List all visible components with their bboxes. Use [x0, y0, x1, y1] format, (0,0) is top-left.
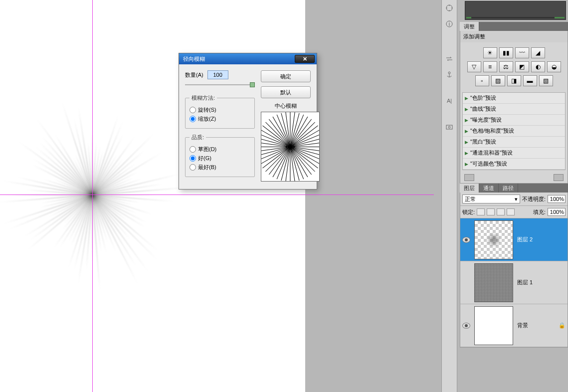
- adj-bw-icon[interactable]: ◩: [515, 61, 529, 72]
- layers-tabs: 图层 通道 路径: [460, 184, 568, 193]
- preset-list: ▶"色阶"预设▶"曲线"预设▶"曝光度"预设▶"色相/饱和度"预设▶"黑白"预设…: [462, 92, 566, 170]
- amount-slider[interactable]: [185, 81, 255, 88]
- adj-curves-icon[interactable]: 〰: [515, 47, 529, 58]
- adj-levels-icon[interactable]: ▮▮: [499, 47, 513, 58]
- svg-point-3: [448, 72, 450, 74]
- preset-item[interactable]: ▶"曝光度"预设: [463, 115, 565, 126]
- fill-input[interactable]: [548, 208, 566, 216]
- close-button[interactable]: ✕: [295, 55, 315, 63]
- lock-position-icon[interactable]: [497, 208, 505, 215]
- layers-panel: 正常▾ 不透明度: 锁定: 填充: 图层 2图层 1背景🔒: [460, 193, 568, 348]
- add-adjustment-label: 添加调整: [460, 31, 568, 42]
- triangle-icon: ▶: [465, 140, 468, 145]
- blur-method-group: 模糊方法: 旋转(S) 缩放(Z): [185, 94, 255, 129]
- layer-thumbnail: [474, 220, 513, 259]
- preset-label: "色阶"预设: [470, 94, 496, 102]
- preset-label: "色相/饱和度"预设: [470, 127, 514, 135]
- preset-item[interactable]: ▶"黑白"预设: [463, 137, 565, 148]
- adj-vibrance-icon[interactable]: ▽: [467, 61, 481, 72]
- opacity-input[interactable]: [548, 195, 566, 203]
- layer-row[interactable]: 背景🔒: [460, 304, 568, 347]
- adj-hue-icon[interactable]: ≡: [483, 61, 497, 72]
- reset-button[interactable]: 默认: [261, 86, 311, 98]
- triangle-icon: ▶: [465, 151, 468, 156]
- visibility-toggle[interactable]: [462, 237, 470, 243]
- preset-item[interactable]: ▶"可选颜色"预设: [463, 159, 565, 170]
- dialog-title-text: 径向模糊: [181, 55, 295, 63]
- layer-name[interactable]: 背景: [517, 322, 555, 329]
- layer-row[interactable]: 图层 1: [460, 261, 568, 304]
- preset-label: "曲线"预设: [470, 105, 496, 113]
- preset-footer-icon-left[interactable]: [464, 174, 474, 181]
- adjustments-panel: 添加调整 ☀ ▮▮ 〰 ◢ ▽ ≡ ⚖ ◩ ◐ ◒ ▫ ▨ ◨ ▬ ▧: [460, 31, 568, 184]
- amount-label: 数量(A): [185, 71, 203, 79]
- method-zoom-radio[interactable]: 缩放(Z): [189, 115, 250, 123]
- quality-good-radio[interactable]: 好(G): [189, 155, 250, 162]
- svg-point-6: [448, 126, 450, 128]
- quality-draft-radio[interactable]: 草图(D): [189, 146, 250, 153]
- adjustments-tabs: 调整: [460, 22, 568, 31]
- preset-item[interactable]: ▶"曲线"预设: [463, 104, 565, 115]
- tab-layers[interactable]: 图层: [460, 184, 479, 193]
- ok-button[interactable]: 确定: [261, 70, 311, 82]
- svg-text:A|: A|: [447, 98, 452, 104]
- lock-icon: 🔒: [559, 322, 566, 329]
- anchor-icon[interactable]: [443, 69, 455, 81]
- adj-photo-filter-icon[interactable]: ◐: [531, 61, 545, 72]
- adj-selective-color-icon[interactable]: ▧: [539, 75, 553, 86]
- adj-balance-icon[interactable]: ⚖: [499, 61, 513, 72]
- camera-icon[interactable]: [443, 121, 455, 133]
- adj-threshold-icon[interactable]: ◨: [507, 75, 521, 86]
- adj-posterize-icon[interactable]: ▨: [491, 75, 505, 86]
- preset-item[interactable]: ▶"色阶"预设: [463, 93, 565, 104]
- triangle-icon: ▶: [465, 162, 468, 167]
- preset-label: "可选颜色"预设: [470, 160, 507, 168]
- quality-group: 品质: 草图(D) 好(G) 最好(B): [185, 134, 255, 177]
- method-spin-radio[interactable]: 旋转(S): [189, 106, 250, 114]
- quality-best-radio[interactable]: 最好(B): [189, 164, 250, 171]
- adj-channel-mixer-icon[interactable]: ◒: [547, 61, 561, 72]
- guide-horizontal[interactable]: [0, 195, 434, 195]
- slider-thumb[interactable]: [250, 82, 255, 87]
- preset-label: "通道混和器"预设: [470, 149, 513, 157]
- preset-item[interactable]: ▶"通道混和器"预设: [463, 148, 565, 159]
- tab-channels[interactable]: 通道: [479, 184, 499, 193]
- visibility-toggle[interactable]: [462, 323, 470, 329]
- character-icon[interactable]: A|: [443, 95, 455, 107]
- adj-brightness-icon[interactable]: ☀: [483, 47, 497, 58]
- layer-thumbnail: [474, 306, 513, 345]
- lock-pixels-icon[interactable]: [487, 208, 495, 215]
- chevron-down-icon: ▾: [515, 196, 518, 202]
- layer-list: 图层 2图层 1背景🔒: [460, 218, 568, 347]
- adj-invert-icon[interactable]: ▫: [475, 75, 489, 86]
- svg-text:i: i: [449, 21, 450, 27]
- preset-label: "曝光度"预设: [470, 116, 502, 124]
- tab-adjustments[interactable]: 调整: [460, 22, 479, 31]
- layer-name[interactable]: 图层 2: [517, 236, 566, 243]
- layer-name[interactable]: 图层 1: [517, 279, 566, 286]
- center-blur-preview[interactable]: [261, 112, 320, 182]
- opacity-label: 不透明度:: [522, 196, 546, 203]
- center-blur-label: 中心模糊: [261, 102, 311, 110]
- blend-mode-select[interactable]: 正常▾: [462, 195, 520, 203]
- adj-exposure-icon[interactable]: ◢: [531, 47, 545, 58]
- amount-input[interactable]: [207, 70, 228, 79]
- compass-icon[interactable]: [443, 2, 455, 14]
- triangle-icon: ▶: [465, 96, 468, 101]
- histogram-panel[interactable]: [465, 1, 566, 20]
- swap-icon[interactable]: [443, 53, 455, 65]
- layer-thumbnail: [474, 263, 513, 302]
- lock-transparency-icon[interactable]: [477, 208, 485, 215]
- tab-paths[interactable]: 路径: [499, 184, 518, 193]
- triangle-icon: ▶: [465, 107, 468, 112]
- guide-vertical[interactable]: [92, 0, 93, 392]
- adj-gradient-map-icon[interactable]: ▬: [523, 75, 537, 86]
- radial-blur-dialog: 径向模糊 ✕ 数量(A) 模糊方法: 旋转(S) 缩放(Z) 品质:: [179, 53, 317, 190]
- preset-item[interactable]: ▶"色相/饱和度"预设: [463, 126, 565, 137]
- lock-all-icon[interactable]: [507, 208, 515, 215]
- layer-row[interactable]: 图层 2: [460, 218, 568, 261]
- info-icon[interactable]: i: [443, 18, 455, 30]
- preset-footer-icon-right[interactable]: [554, 174, 564, 181]
- method-legend: 模糊方法:: [189, 94, 217, 102]
- dialog-titlebar[interactable]: 径向模糊 ✕: [179, 53, 317, 64]
